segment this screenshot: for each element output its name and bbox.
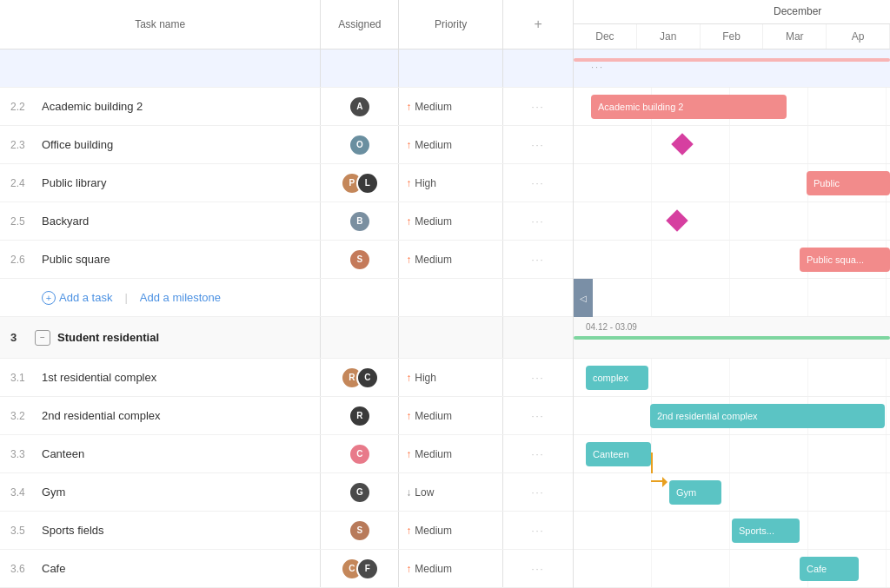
- avatar: O: [349, 134, 371, 156]
- gantt-row-menu[interactable]: ···: [591, 62, 604, 72]
- cell-priority: ↑ Medium: [399, 126, 503, 163]
- avatar-group: O: [349, 134, 371, 156]
- row-menu-button[interactable]: ···: [531, 487, 544, 498]
- cell-priority: ↑ Medium: [399, 550, 503, 587]
- row-menu-button[interactable]: ···: [531, 449, 544, 459]
- add-task-button[interactable]: + Add a task: [42, 291, 112, 305]
- gantt-header: December Dec Jan Feb Mar Ap: [574, 0, 890, 50]
- gantt-week: Mar: [763, 24, 827, 49]
- gantt-row: Public: [574, 164, 890, 202]
- table-row: 3.5 Sports fields S ↑ Medium ···: [0, 512, 573, 550]
- priority-up-icon: ↑: [406, 448, 411, 460]
- cell-assigned: B: [321, 202, 399, 240]
- gantt-week: Dec: [574, 24, 637, 49]
- row-menu-button[interactable]: ···: [531, 102, 544, 112]
- cell-priority: [399, 279, 503, 316]
- avatar: L: [356, 172, 379, 195]
- cell-actions[interactable]: ···: [503, 216, 573, 227]
- cell-actions[interactable]: ···: [503, 102, 573, 112]
- task-table-header: Task name Assigned Priority +: [0, 0, 573, 50]
- table-row: 2.6 Public square S ↑ Medium ···: [0, 241, 573, 279]
- priority-up-icon: ↑: [406, 563, 411, 575]
- cell-taskname: + Add a task | Add a milestone: [0, 279, 321, 316]
- table-row: 3.3 Canteen C ↑ Medium ···: [0, 435, 573, 473]
- avatar: R: [349, 405, 371, 427]
- cell-taskname: 3.5 Sports fields: [0, 512, 321, 549]
- cell-taskname: 3.3 Canteen: [0, 435, 321, 472]
- cell-actions[interactable]: ···: [503, 487, 573, 498]
- cell-taskname: 2.2 Academic building 2: [0, 88, 321, 125]
- task-panel: Task name Assigned Priority +: [0, 0, 574, 588]
- priority-up-icon: ↑: [406, 410, 411, 422]
- row-menu-button[interactable]: ···: [531, 411, 544, 421]
- cell-actions[interactable]: ···: [503, 525, 573, 536]
- priority-up-icon: ↑: [406, 101, 411, 113]
- priority-up-icon: ↑: [406, 525, 411, 537]
- avatar: C: [356, 367, 379, 389]
- gantt-arrow: [662, 477, 668, 487]
- table-row: 3.2 2nd residential complex R ↑ Medium ·…: [0, 397, 573, 435]
- cell-taskname: 3.4 Gym: [0, 473, 321, 511]
- cell-actions[interactable]: ···: [503, 564, 573, 574]
- gantt-body: ··· Academic building 2 Public: [574, 50, 890, 588]
- cell-taskname: 3.2 2nd residential complex: [0, 397, 321, 434]
- cell-actions[interactable]: ···: [503, 373, 573, 383]
- row-menu-button[interactable]: ···: [531, 525, 544, 536]
- gantt-row: [574, 126, 890, 164]
- avatar-group: C: [349, 443, 371, 466]
- priority-down-icon: ↓: [406, 486, 411, 499]
- cell-assigned: S: [321, 241, 399, 278]
- gantt-panel: December Dec Jan Feb Mar Ap: [574, 0, 890, 588]
- gantt-collapse-handle[interactable]: ◁: [574, 279, 593, 317]
- gantt-bar: Gym: [669, 480, 721, 505]
- gantt-bar: Canteen: [586, 442, 651, 466]
- add-milestone-button[interactable]: Add a milestone: [140, 291, 221, 304]
- cell-priority: [399, 50, 503, 87]
- priority-up-icon: ↑: [406, 254, 411, 266]
- cell-priority: ↑ Medium: [399, 512, 503, 549]
- gantt-bar: complex: [586, 366, 648, 390]
- cell-assigned: R C: [321, 359, 399, 396]
- cell-taskname: 2.5 Backyard: [0, 202, 321, 240]
- gantt-highlight-bar: [574, 58, 890, 62]
- plus-circle-icon: +: [42, 291, 56, 305]
- row-menu-button[interactable]: ···: [531, 373, 544, 383]
- cell-assigned: O: [321, 126, 399, 163]
- avatar-group: S: [349, 248, 371, 271]
- gantt-bar: Academic building 2: [591, 95, 787, 119]
- gantt-bar: Sports...: [732, 519, 800, 543]
- row-menu-button[interactable]: ···: [531, 254, 544, 265]
- add-column-button[interactable]: +: [534, 17, 541, 32]
- cell-taskname: 3.6 Cafe: [0, 550, 321, 587]
- row-menu-button[interactable]: ···: [531, 140, 544, 150]
- row-menu-button[interactable]: ···: [531, 216, 544, 227]
- cell-assigned: A: [321, 88, 399, 125]
- gantt-connector: [651, 480, 663, 482]
- table-row: [0, 50, 573, 88]
- cell-taskname: 3.1 1st residential complex: [0, 359, 321, 396]
- row-menu-button[interactable]: ···: [531, 178, 544, 188]
- task-body: 2.2 Academic building 2 A ↑ Medium ···: [0, 50, 573, 588]
- gantt-week: Feb: [701, 24, 764, 49]
- cell-assigned: [321, 279, 399, 316]
- gantt-row: Canteen: [574, 435, 890, 473]
- cell-actions[interactable]: ···: [503, 449, 573, 459]
- cell-actions[interactable]: ···: [503, 178, 573, 188]
- row-menu-button[interactable]: ···: [531, 564, 544, 574]
- avatar-group: B: [349, 210, 371, 233]
- avatar: C: [349, 443, 371, 466]
- cell-actions[interactable]: ···: [503, 140, 573, 150]
- cell-actions[interactable]: ···: [503, 411, 573, 421]
- table-row: 2.5 Backyard B ↑ Medium ···: [0, 202, 573, 241]
- gantt-week: Jan: [637, 24, 701, 49]
- gantt-months: December: [574, 0, 890, 24]
- table-row: 3.4 Gym G ↓ Low ···: [0, 473, 573, 512]
- avatar-group: P L: [341, 172, 379, 195]
- gantt-diamond: [666, 209, 687, 231]
- cell-taskname: 2.4 Public library: [0, 164, 321, 202]
- cell-actions[interactable]: ···: [503, 254, 573, 265]
- add-task-row: + Add a task | Add a milestone: [0, 279, 573, 317]
- priority-up-icon: ↑: [406, 372, 411, 384]
- col-header-actions[interactable]: +: [503, 0, 573, 49]
- collapse-button[interactable]: −: [35, 330, 50, 346]
